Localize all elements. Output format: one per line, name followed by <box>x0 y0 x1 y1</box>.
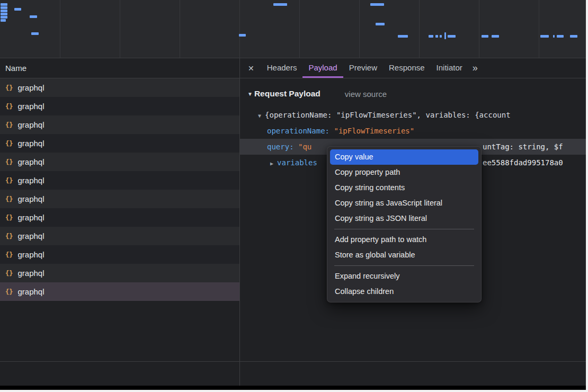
json-icon: {} <box>5 251 13 259</box>
request-name-label: graphql <box>17 194 44 203</box>
timeline-request-bar <box>1 16 7 19</box>
network-request-row[interactable]: {}graphql <box>0 171 239 190</box>
timeline-request-bar <box>31 32 39 35</box>
timeline-request-bar <box>1 6 7 9</box>
section-title: Request Payload <box>254 89 320 99</box>
json-icon: {} <box>5 84 13 92</box>
network-request-row[interactable]: {}graphql <box>0 78 239 97</box>
close-icon[interactable]: ✕ <box>248 64 254 73</box>
timeline-request-bar <box>553 35 555 38</box>
timeline-request-bar <box>398 35 408 38</box>
caret-down-icon: ▼ <box>247 91 253 97</box>
tree-line-operation-name[interactable]: operationName: "ipFlowTimeseries" <box>240 123 586 139</box>
name-column-header[interactable]: Name <box>0 58 239 78</box>
timeline-gridline <box>419 0 420 58</box>
overflow-tabs-icon[interactable]: » <box>473 63 478 74</box>
context-menu-separator <box>334 229 474 229</box>
timeline-gridline <box>60 0 60 58</box>
timeline-gridline <box>180 0 180 58</box>
context-menu-item[interactable]: Copy string as JavaScript literal <box>330 195 478 211</box>
timeline-request-bar <box>435 35 438 38</box>
timeline-request-bar <box>30 15 37 18</box>
request-name-label: graphql <box>17 250 44 259</box>
timeline-request-bar <box>444 32 446 39</box>
caret-down-icon[interactable]: ▼ <box>258 113 261 119</box>
network-request-row[interactable]: {}graphql <box>0 282 239 301</box>
request-name-label: graphql <box>17 287 44 296</box>
json-icon: {} <box>5 158 13 166</box>
json-icon: {} <box>5 195 13 203</box>
tab-headers[interactable]: Headers <box>261 58 303 78</box>
json-icon: {} <box>5 214 13 221</box>
name-column-label: Name <box>5 64 26 73</box>
request-name-label: graphql <box>17 157 44 166</box>
network-request-row[interactable]: {}graphql <box>0 153 239 171</box>
network-request-row[interactable]: {}graphql <box>0 264 239 282</box>
property-key: operationName: <box>267 127 329 135</box>
timeline-gridline <box>299 0 300 58</box>
request-name-label: graphql <box>17 176 44 185</box>
timeline-request-bar <box>376 23 385 25</box>
json-icon: {} <box>5 140 13 147</box>
timeline-gridline <box>539 0 539 58</box>
json-icon: {} <box>5 270 13 277</box>
property-key: variables <box>277 158 317 167</box>
tree-root-line[interactable]: ▼{operationName: "ipFlowTimeseries", var… <box>240 107 586 123</box>
property-value-start: "qu <box>298 142 311 151</box>
context-menu-item[interactable]: Add property path to watch <box>330 232 478 247</box>
timeline-request-bar <box>570 35 577 38</box>
request-name-label: graphql <box>17 231 44 240</box>
network-request-row[interactable]: {}graphql <box>0 190 239 208</box>
property-key: query: <box>267 142 294 151</box>
footer-divider <box>0 361 586 362</box>
context-menu-item[interactable]: Copy string contents <box>330 180 478 195</box>
context-menu-separator <box>334 265 474 266</box>
requests-list: {}graphql{}graphql{}graphql{}graphql{}gr… <box>0 78 239 301</box>
timeline-request-bar <box>1 3 7 6</box>
network-overview-timeline[interactable] <box>0 0 586 58</box>
network-request-row[interactable]: {}graphql <box>0 208 239 227</box>
tab-payload[interactable]: Payload <box>302 58 343 78</box>
request-name-label: graphql <box>17 83 44 92</box>
context-menu-item[interactable]: Expand recursively <box>330 269 478 284</box>
request-payload-section-header[interactable]: ▼ Request Payload view source <box>240 87 586 101</box>
tab-strip: HeadersPayloadPreviewResponseInitiator <box>261 58 468 78</box>
root-summary: {operationName: "ipFlowTimeseries", vari… <box>265 111 511 119</box>
context-menu-item[interactable]: Store as global variable <box>330 247 478 263</box>
context-menu-item[interactable]: Copy value <box>330 149 478 165</box>
window-bottom-edge <box>0 386 586 390</box>
tab-response[interactable]: Response <box>383 58 431 78</box>
timeline-request-bar <box>14 8 21 11</box>
timeline-request-bar <box>482 35 488 38</box>
timeline-request-bar <box>492 35 499 38</box>
context-menu-item[interactable]: Copy property path <box>330 165 478 180</box>
network-request-row[interactable]: {}graphql <box>0 227 239 245</box>
timeline-request-bar <box>273 3 287 6</box>
json-icon: {} <box>5 233 13 240</box>
tab-preview[interactable]: Preview <box>343 58 383 78</box>
json-icon: {} <box>5 121 13 129</box>
request-name-label: graphql <box>17 102 44 111</box>
timeline-request-bar <box>239 34 246 37</box>
caret-right-icon[interactable]: ▶ <box>270 161 273 166</box>
timeline-request-bar <box>1 10 7 12</box>
property-value: "ipFlowTimeseries" <box>334 127 414 135</box>
timeline-gridline <box>239 0 240 58</box>
view-source-link[interactable]: view source <box>345 90 387 99</box>
network-request-row[interactable]: {}graphql <box>0 115 239 134</box>
timeline-gridline <box>479 0 479 58</box>
details-tabbar: ✕ HeadersPayloadPreviewResponseInitiator… <box>240 58 586 78</box>
context-menu: Copy valueCopy property pathCopy string … <box>327 146 482 302</box>
timeline-request-bar <box>429 35 433 38</box>
timeline-request-bar <box>370 3 384 6</box>
tab-initiator[interactable]: Initiator <box>431 58 468 78</box>
network-request-row[interactable]: {}graphql <box>0 97 239 115</box>
network-request-row[interactable]: {}graphql <box>0 245 239 264</box>
context-menu-item[interactable]: Copy string as JSON literal <box>330 211 478 226</box>
request-name-label: graphql <box>17 269 44 278</box>
network-request-row[interactable]: {}graphql <box>0 134 239 153</box>
timeline-request-bar <box>1 19 6 22</box>
context-menu-item[interactable]: Collapse children <box>330 284 478 299</box>
property-value-continued: untTag: string, $f <box>483 139 563 155</box>
main-split: Name {}graphql{}graphql{}graphql{}graphq… <box>0 58 586 386</box>
